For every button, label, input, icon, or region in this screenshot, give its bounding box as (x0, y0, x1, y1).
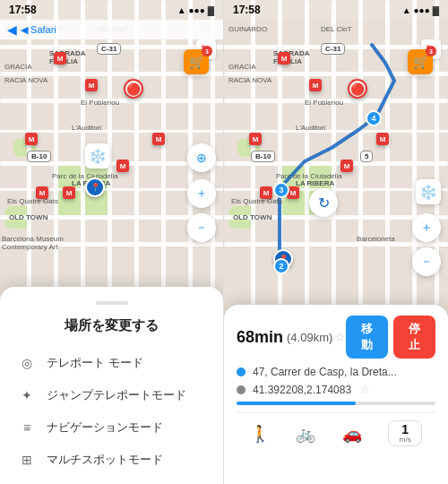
badge-b10-right: B-10 (251, 151, 275, 162)
float-btn-plus-left[interactable]: ＋ (187, 179, 216, 208)
float-btn-minus-right[interactable]: － (412, 247, 441, 276)
road-v6-right (385, 0, 390, 305)
cart-left[interactable]: 🛒 3 (184, 49, 209, 74)
battery-icon-right: ▓ (433, 5, 439, 15)
map-label-poblenou-left: El Poblenou (81, 99, 119, 107)
status-icons-left: ▲ ●●● ▓ (177, 5, 214, 15)
map-label-oldtown-right: OLD TOWN (233, 213, 271, 221)
map-label-racia-left: RACIA NOVA (4, 76, 47, 84)
map-label-oldtown-left: OLD TOWN (9, 213, 47, 221)
metro-6-right: M (340, 160, 353, 172)
route-time: 68min (237, 328, 283, 347)
progress-bar (237, 402, 356, 405)
map-label-gracia-left: GRACIA (4, 63, 32, 71)
safari-back-left[interactable]: ◀ (7, 22, 17, 37)
status-bar-left: 17:58 ▲ ●●● ▓ (0, 0, 223, 20)
road-v6-left (161, 0, 166, 296)
left-phone: GUINARDO DEL CloT CLoT SAGRADAFAMÍLIA GR… (0, 0, 224, 484)
wifi-icon-left: ▲ (177, 5, 186, 15)
user-location-left: 📍 (85, 177, 105, 197)
coord-label: 41.392208,2.174083 (253, 384, 351, 396)
time-right: 17:58 (233, 4, 261, 16)
cart-right[interactable]: 🛒 3 (408, 49, 433, 74)
map-label-delclot-right: DEL CloT (321, 25, 351, 33)
menu-item-multispot[interactable]: ⊞ マルチスポットモード (18, 444, 205, 476)
bottom-panel-left: 場所を変更する ◎ テレポート モード ✦ ジャンプテレポートモード ≡ ナビゲ… (0, 287, 223, 484)
menu-item-navigation[interactable]: ≡ ナビゲーションモード (18, 411, 205, 444)
menu-item-jump[interactable]: ✦ ジャンプテレポートモード (18, 379, 205, 411)
metro-1-left: M (54, 52, 66, 65)
float-btn-crosshair-left[interactable]: ⊕ (187, 143, 216, 172)
teleport-label: テレポート モード (47, 355, 143, 371)
teleport-icon: ◎ (18, 354, 36, 372)
multi-label: マルチスポットモード (47, 452, 163, 468)
location-row: 47, Carrer de Casp, la Dreta... (237, 366, 435, 378)
coord-star[interactable]: ☆ (360, 384, 370, 396)
status-bar-right: 17:58 ▲ ●●● ▓ (224, 0, 448, 20)
metro-5-right: M (260, 186, 272, 199)
car-icon[interactable]: 🚗 (342, 424, 362, 444)
location-label: 47, Carrer de Casp, la Dreta... (253, 366, 397, 378)
speed-value: 1 (401, 423, 409, 436)
signal-icon-right: ●●● (414, 5, 430, 15)
jump-label: ジャンプテレポートモード (47, 387, 186, 403)
metro-2-left: M (85, 79, 98, 91)
signal-icon-left: ●●● (189, 5, 205, 15)
map-label-auditori-right: L'Auditori (296, 124, 325, 132)
battery-icon-left: ▓ (208, 5, 214, 15)
float-btn-plus-right[interactable]: ＋ (412, 213, 441, 242)
nav-label: ナビゲーションモード (47, 419, 163, 436)
step-dot-4: 4 (366, 110, 382, 126)
road-v2-left (54, 0, 58, 296)
road-v1-left (27, 0, 31, 296)
menu-item-joystick[interactable]: ◎ ジョイスティックモード (18, 476, 205, 484)
right-phone: 2 3 4 GUINARDO DEL CloT SAGRADAFAMÍLIA G… (224, 0, 448, 484)
badge-c31-right: C-31 (321, 43, 345, 55)
route-dist: (4.09km) (287, 331, 332, 344)
map-label-ciutadella-left: Parc de la Ciutadella (52, 172, 118, 180)
map-label-ciutadella-right: Parc de la Ciutadella (276, 172, 342, 180)
menu-item-teleport[interactable]: ◎ テレポート モード (18, 347, 205, 379)
badge-5-right: 5 (360, 151, 373, 162)
move-button[interactable]: 移動 (346, 315, 388, 359)
coord-dot (237, 385, 246, 394)
map-label-museum-left: Barcelona MuseumContemporary Art (2, 235, 64, 251)
transport-row: 🚶 🚲 🚗 1 m/s (237, 412, 435, 446)
safari-bar-left[interactable]: ◀ ◀ Safari (0, 20, 223, 39)
route-star[interactable]: ☆ (334, 330, 346, 344)
nav-icon: ≡ (18, 419, 36, 436)
metro-5-left: M (36, 186, 48, 199)
map-label-auditori-left: L'Auditori (72, 124, 101, 132)
map-label-barceloneta-right: Barceloneta (357, 235, 395, 243)
road-v3-right (305, 0, 309, 305)
wifi-icon-right: ▲ (402, 5, 411, 15)
cart-badge-right: 3 (426, 46, 436, 56)
stop-button[interactable]: 停止 (393, 315, 435, 359)
map-label-racia-right: RACIA NOVA (228, 76, 271, 84)
pokeball-left: 🔴 (124, 79, 143, 99)
safari-label-left: ◀ Safari (21, 24, 56, 36)
metro-4-left: M (63, 186, 75, 199)
speed-badge: 1 m/s (388, 420, 422, 446)
badge-c31-left: C-31 (97, 43, 121, 55)
status-icons-right: ▲ ●●● ▓ (402, 5, 439, 15)
map-label-laribera-right: LA RIBERA (296, 179, 334, 187)
walk-icon[interactable]: 🚶 (250, 424, 270, 444)
metro-3-left: M (25, 133, 38, 145)
map-label-elsquatre-left: Els Quatre Gats (7, 197, 58, 205)
metro-3-right: M (249, 133, 262, 145)
refresh-btn-right[interactable]: ↻ (309, 188, 338, 217)
float-btn-minus-left[interactable]: － (187, 213, 216, 242)
bottom-panel-right: 68min (4.09km) ☆ 移動 停止 47, Carrer de Cas… (224, 305, 448, 484)
metro-2-right: M (309, 79, 322, 91)
jump-icon: ✦ (18, 386, 36, 404)
time-left: 17:58 (9, 4, 37, 16)
metro-6-left: M (116, 160, 129, 172)
multi-icon: ⊞ (18, 451, 36, 469)
location-dot (237, 367, 246, 376)
cart-badge-left: 3 (202, 46, 212, 56)
route-header: 68min (4.09km) ☆ 移動 停止 (237, 315, 435, 359)
bike-icon[interactable]: 🚲 (296, 424, 315, 444)
pokeball-right: 🔴 (348, 79, 367, 99)
coord-row: 41.392208,2.174083 ☆ (237, 384, 435, 396)
